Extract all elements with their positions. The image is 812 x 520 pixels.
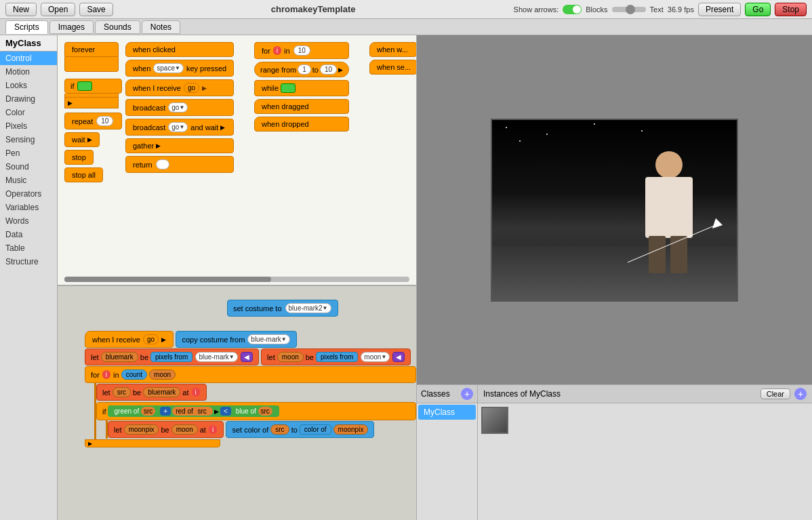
if-bottom: ▶	[64, 98, 119, 108]
show-arrows-toggle[interactable]	[563, 5, 582, 14]
sidebar-item-sensing[interactable]: Sensing	[0, 133, 57, 146]
sidebar-item-variables[interactable]: Variables	[0, 201, 57, 214]
range-arrow: ▶	[338, 66, 343, 73]
if-condition-block: if green of src + red of src ▶ < blue of…	[96, 402, 416, 439]
tab-images[interactable]: Images	[49, 20, 94, 34]
fps-display: 36.9 fps	[668, 5, 694, 14]
src-var: src	[113, 387, 131, 397]
pixels-dropdown2[interactable]: moon	[361, 352, 390, 362]
range-label: range from	[260, 66, 296, 74]
range-block[interactable]: range from 1 to 10 ▶	[254, 62, 349, 77]
copy-costume-label: copy costume from	[182, 336, 245, 344]
forever-body	[64, 57, 119, 66]
be-label2: be	[306, 353, 314, 361]
instance-thumbnail[interactable]	[481, 407, 508, 434]
set-color-block[interactable]: set color of src to color of moonpix	[226, 421, 374, 438]
let-src-block[interactable]: let src be bluemark at i	[96, 384, 207, 401]
broadcast-dropdown[interactable]: go	[168, 102, 188, 113]
when-se-block[interactable]: when se...	[369, 60, 416, 75]
be-label1: be	[140, 353, 148, 361]
when-clicked-label: when clicked	[133, 45, 176, 54]
when-receive-block[interactable]: when I receive go ▶	[125, 79, 234, 96]
for-i-block[interactable]: for i in count moon	[85, 366, 416, 383]
gather-block[interactable]: gather ▶	[125, 138, 234, 153]
set-costume-block[interactable]: set costume to blue-mark2	[227, 300, 338, 317]
sidebar-item-pen[interactable]: Pen	[0, 146, 57, 160]
moon-surface	[492, 246, 737, 300]
sidebar-item-drawing[interactable]: Drawing	[0, 92, 57, 106]
if-label: if	[70, 82, 75, 90]
return-block[interactable]: return	[125, 156, 234, 173]
sidebar-item-operators[interactable]: Operators	[0, 187, 57, 201]
receive-hat-block[interactable]: when I receive go ▶	[85, 331, 174, 348]
hscrollbar-thumb[interactable]	[64, 277, 271, 282]
open-button[interactable]: Open	[41, 3, 75, 16]
tab-sounds[interactable]: Sounds	[95, 20, 140, 34]
costume-dropdown[interactable]: blue-mark2	[285, 303, 331, 313]
when-w-block[interactable]: when w...	[369, 42, 416, 57]
sidebar-item-sound[interactable]: Sound	[0, 160, 57, 174]
save-button[interactable]: Save	[79, 3, 113, 16]
sidebar-item-control[interactable]: Control	[0, 52, 57, 65]
when-dragged-block[interactable]: when dragged	[254, 99, 349, 114]
when-se-label: when se...	[377, 63, 411, 71]
when-key-pressed-block[interactable]: when space key pressed	[125, 60, 234, 77]
if-line[interactable]: if green of src + red of src ▶ < blue of…	[96, 402, 416, 420]
add-instance-button[interactable]: +	[794, 388, 807, 400]
when-dropped-block[interactable]: when dropped	[254, 117, 349, 132]
person-figure	[642, 151, 696, 273]
while-block[interactable]: while	[254, 80, 349, 96]
pixels-dropdown1[interactable]: blue-mark	[195, 352, 237, 362]
for-block[interactable]: for i in 10	[254, 42, 349, 59]
i-var: i	[192, 388, 200, 397]
if-block-group: if ▶	[64, 79, 122, 108]
new-button[interactable]: New	[5, 3, 37, 16]
myclass-item[interactable]: MyClass	[418, 405, 476, 420]
tab-notes[interactable]: Notes	[142, 20, 180, 34]
blocks-label: Blocks	[586, 5, 607, 14]
wait-block[interactable]: wait ▶	[64, 132, 100, 147]
instances-controls: Clear +	[760, 388, 807, 400]
return-label: return	[133, 161, 153, 169]
sidebar-item-music[interactable]: Music	[0, 174, 57, 187]
copy-costume-dropdown[interactable]: blue-mark	[247, 334, 289, 344]
sidebar-item-motion[interactable]: Motion	[0, 65, 57, 79]
clear-button[interactable]: Clear	[760, 388, 790, 399]
stop-block[interactable]: stop	[64, 150, 94, 165]
bluemark-var: bluemark	[101, 352, 138, 362]
broadcast-block[interactable]: broadcast go	[125, 99, 234, 116]
broadcast-wait-block[interactable]: broadcast go and wait ▶	[125, 119, 234, 136]
when-clicked-block[interactable]: when clicked	[125, 42, 234, 57]
to-label: to	[291, 426, 298, 434]
go-button[interactable]: Go	[745, 3, 771, 16]
sidebar-item-looks[interactable]: Looks	[0, 79, 57, 92]
let-bluemark-block[interactable]: let bluemark be pixels from blue-mark ◀	[85, 348, 259, 365]
if-block[interactable]: if	[64, 79, 122, 94]
moon-var2: moon	[149, 369, 176, 380]
stop-button[interactable]: Stop	[775, 3, 807, 16]
sidebar-item-color[interactable]: Color	[0, 106, 57, 119]
let-moon-block[interactable]: let moon be pixels from moon ◀	[261, 348, 411, 365]
broadcast-wait-dropdown[interactable]: go	[168, 122, 188, 132]
key-dropdown[interactable]: space	[153, 63, 184, 73]
hscrollbar[interactable]	[64, 277, 409, 282]
sidebar-item-pixels[interactable]: Pixels	[0, 119, 57, 133]
copy-costume-block[interactable]: copy costume from blue-mark	[176, 331, 296, 348]
tab-scripts[interactable]: Scripts	[5, 20, 48, 34]
main-script-stack: when I receive go ▶ copy costume from bl…	[85, 330, 416, 447]
let-moonpix-block[interactable]: let moonpix be moon at i	[108, 421, 224, 438]
blocks-slider[interactable]	[612, 7, 646, 12]
classes-header: Classes +	[417, 385, 477, 403]
present-button[interactable]: Present	[698, 3, 741, 16]
sidebar-item-words[interactable]: Words	[0, 214, 57, 228]
forever-block[interactable]: forever	[64, 42, 119, 57]
src-var2: src	[270, 424, 289, 435]
add-class-button[interactable]: +	[461, 388, 473, 400]
sidebar-item-table[interactable]: Table	[0, 241, 57, 255]
stop-all-block[interactable]: stop all	[64, 167, 103, 182]
scripts-area[interactable]: set costume to blue-mark2 when I receive…	[58, 286, 416, 520]
repeat-block[interactable]: repeat 10	[64, 113, 122, 129]
sidebar-item-structure[interactable]: Structure	[0, 255, 57, 268]
moonpix-var: moonpix	[124, 424, 159, 435]
sidebar-item-data[interactable]: Data	[0, 228, 57, 241]
